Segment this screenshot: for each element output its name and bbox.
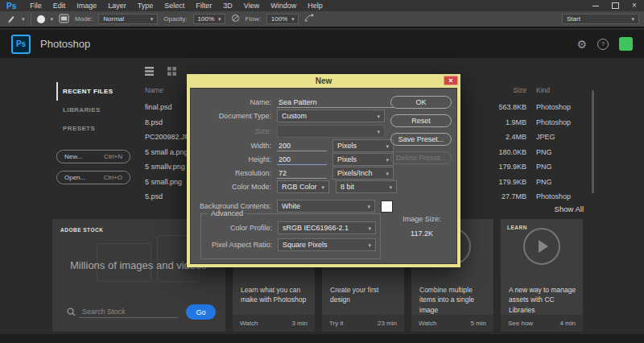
app-header: Ps Photoshop ⚙ ? (0, 30, 644, 58)
sidebar-item-presets[interactable]: PRESETS (56, 119, 145, 138)
workspace-select[interactable]: Start ▾ (562, 14, 639, 24)
height-field[interactable] (277, 154, 327, 165)
width-label: Width: (191, 142, 277, 150)
learn-badge: LEARN (507, 225, 527, 230)
menu-window[interactable]: Window (265, 2, 302, 10)
opacity-select[interactable]: 100% ▾ (193, 14, 225, 24)
image-size: Image Size: 117.2K (390, 215, 453, 238)
background-contents-select[interactable]: White ▾ (277, 200, 375, 213)
card-duration: 23 min (378, 320, 397, 327)
height-unit-select[interactable]: Pixels ▾ (332, 153, 394, 166)
resolution-unit-select[interactable]: Pixels/Inch ▾ (332, 167, 394, 180)
mode-label: Mode: (75, 15, 93, 23)
bit-depth-select[interactable]: 8 bit ▾ (336, 180, 397, 193)
pixel-aspect-ratio-select[interactable]: Square Pixels ▾ (278, 238, 376, 251)
open-shortcut: Ctrl+O (104, 174, 122, 181)
mode-select[interactable]: Normal ▾ (98, 14, 158, 24)
chevron-down-icon: ▾ (627, 16, 634, 22)
show-all-link[interactable]: Show All (555, 205, 584, 213)
avatar[interactable] (619, 37, 633, 51)
menu-layer[interactable]: Layer (102, 2, 132, 10)
search-stock-input[interactable] (79, 306, 178, 318)
options-bar: ▾ ▾ Mode: Normal ▾ Opacity: 100% ▾ Flow:… (0, 11, 644, 28)
kind-column-header[interactable]: Kind (526, 86, 586, 94)
menu-3d[interactable]: 3D (217, 2, 238, 10)
app-title: Photoshop (40, 38, 90, 50)
list-scrollbar[interactable] (592, 90, 594, 193)
dialog-title: New (316, 76, 332, 85)
reset-button[interactable]: Reset (390, 114, 452, 127)
menu-select[interactable]: Select (159, 2, 190, 10)
sidebar: RECENT FILES LIBRARIES PRESETS New... Ct… (56, 82, 145, 192)
photoshop-window: Ps File Edit Image Layer Type Select Fil… (0, 0, 644, 343)
chevron-down-icon: ▾ (363, 204, 370, 209)
new-button[interactable]: New... Ctrl+N (56, 150, 130, 163)
brush-tool-icon[interactable] (6, 14, 16, 25)
play-icon[interactable] (523, 228, 560, 265)
chevron-down-icon[interactable]: ▾ (22, 16, 25, 23)
minimize-button[interactable] (586, 0, 605, 11)
new-shortcut: Ctrl+N (104, 153, 122, 160)
tablet-pressure-opacity-icon[interactable] (231, 14, 240, 24)
chevron-down-icon: ▾ (382, 157, 389, 163)
card-title: A new way to manage assets with CC Libra… (509, 285, 579, 315)
delete-preset-button: Delete Preset... (390, 151, 452, 164)
color-profile-label: Color Profile: (201, 224, 278, 232)
learn-card[interactable]: LEARN A new way to manage assets with CC… (501, 219, 583, 332)
image-size-label: Image Size: (390, 215, 453, 223)
chevron-down-icon: ▾ (382, 171, 389, 176)
sidebar-item-recent-files[interactable]: RECENT FILES (56, 82, 145, 101)
brush-preset-icon[interactable] (37, 15, 45, 23)
dialog-close-button[interactable]: × (444, 76, 458, 85)
restore-button[interactable] (605, 0, 625, 11)
help-icon[interactable]: ? (597, 39, 609, 50)
color-mode-select[interactable]: RGB Color ▾ (277, 180, 329, 193)
document-type-select[interactable]: Custom ▾ (277, 110, 385, 122)
divider (31, 14, 31, 25)
menu-file[interactable]: File (24, 2, 47, 10)
open-button[interactable]: Open... Ctrl+O (56, 171, 130, 184)
close-window-button[interactable]: × (625, 0, 644, 11)
menu-view[interactable]: View (238, 2, 265, 10)
width-unit-select[interactable]: Pixels ▾ (332, 139, 394, 152)
menu-filter[interactable]: Filter (190, 2, 217, 10)
name-field[interactable] (277, 97, 394, 108)
sidebar-item-libraries[interactable]: LIBRARIES (56, 101, 145, 119)
size-column-header[interactable]: Size (470, 86, 526, 94)
color-profile-select[interactable]: sRGB IEC61966-2.1 ▾ (278, 221, 376, 234)
chevron-down-icon[interactable]: ▾ (51, 16, 54, 23)
toggle-brush-panel-icon[interactable] (59, 14, 69, 25)
grid-view-icon[interactable] (167, 64, 176, 79)
menu-type[interactable]: Type (132, 2, 159, 10)
card-action[interactable]: Try it (329, 320, 343, 327)
flow-select[interactable]: 100% ▾ (266, 14, 299, 24)
menu-image[interactable]: Image (71, 2, 102, 10)
restore-icon (612, 2, 619, 9)
menu-help[interactable]: Help (302, 2, 328, 10)
chevron-down-icon: ▾ (287, 16, 295, 22)
go-button[interactable]: Go (186, 304, 216, 320)
card-action[interactable]: See how (508, 320, 533, 327)
search-icon (67, 305, 76, 320)
ok-button[interactable]: OK (390, 96, 452, 109)
gear-icon[interactable]: ⚙ (576, 39, 587, 50)
chevron-down-icon: ▾ (382, 143, 389, 149)
card-action[interactable]: Watch (240, 320, 258, 327)
resolution-field[interactable] (277, 167, 327, 179)
width-field[interactable] (277, 140, 327, 151)
background-color-swatch[interactable] (381, 200, 393, 213)
close-icon: × (448, 76, 452, 85)
card-duration: 4 min (559, 320, 576, 327)
list-view-icon[interactable] (145, 64, 154, 79)
pixel-aspect-ratio-label: Pixel Aspect Ratio: (201, 241, 278, 249)
card-duration: 3 min (291, 320, 308, 327)
size-label: Size: (191, 127, 277, 135)
card-duration: 5 min (470, 320, 486, 327)
dialog-titlebar[interactable]: New × (187, 74, 460, 88)
save-preset-button[interactable]: Save Preset... (390, 133, 452, 146)
menu-edit[interactable]: Edit (47, 2, 72, 10)
card-action[interactable]: Watch (419, 320, 436, 327)
airbrush-icon[interactable] (304, 14, 314, 24)
opacity-label: Opacity: (163, 15, 187, 23)
chevron-down-icon: ▾ (364, 225, 371, 231)
